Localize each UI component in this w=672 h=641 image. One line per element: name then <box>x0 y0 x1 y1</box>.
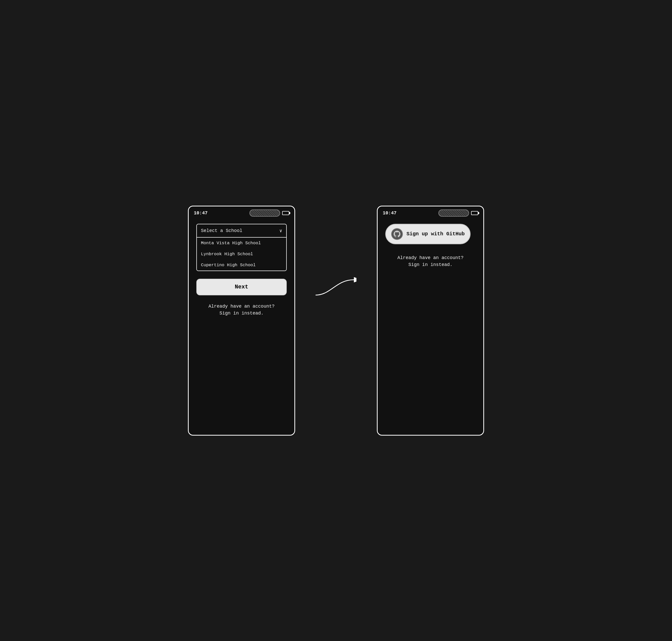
chevron-down-icon: ∨ <box>279 228 282 233</box>
speaker-1 <box>250 209 280 217</box>
github-signup-button[interactable]: Sign up with GitHub <box>385 224 471 244</box>
status-bar-2: 10:47 <box>378 206 483 219</box>
school-option-1[interactable]: Monta Vista High School <box>197 237 286 249</box>
status-bar-1: 10:47 <box>189 206 294 219</box>
screens-container: 10:47 Select a School ∨ Monta Vista High… <box>188 206 484 436</box>
phone-screen-2: 10:47 Sign up with GitHub Already have a… <box>377 206 484 436</box>
dropdown-placeholder: Select a School <box>201 228 242 233</box>
speaker-2 <box>438 209 469 217</box>
dropdown-header[interactable]: Select a School ∨ <box>197 224 286 237</box>
status-bar-right-1 <box>250 209 289 217</box>
sign-in-link-1[interactable]: Already have an account?Sign in instead. <box>196 303 287 317</box>
time-display-2: 10:47 <box>383 210 396 216</box>
battery-icon-2 <box>471 211 478 215</box>
dropdown-options-list: Monta Vista High School Lynbrook High Sc… <box>197 237 286 271</box>
screen1-content: Select a School ∨ Monta Vista High Schoo… <box>189 219 294 322</box>
sign-in-link-2[interactable]: Already have an account?Sign in instead. <box>385 255 476 268</box>
github-logo-svg <box>393 230 401 238</box>
next-button[interactable]: Next <box>196 279 287 295</box>
screen2-content: Sign up with GitHub Already have an acco… <box>378 219 483 273</box>
github-button-label: Sign up with GitHub <box>406 231 465 237</box>
battery-icon-1 <box>282 211 289 215</box>
phone-screen-1: 10:47 Select a School ∨ Monta Vista High… <box>188 206 295 436</box>
navigation-arrow <box>316 277 356 298</box>
github-icon <box>391 228 403 240</box>
school-option-2[interactable]: Lynbrook High School <box>197 249 286 260</box>
school-dropdown[interactable]: Select a School ∨ Monta Vista High Schoo… <box>196 224 287 271</box>
time-display-1: 10:47 <box>194 210 208 216</box>
school-option-3[interactable]: Cupertino High School <box>197 260 286 271</box>
status-bar-right-2 <box>438 209 478 217</box>
